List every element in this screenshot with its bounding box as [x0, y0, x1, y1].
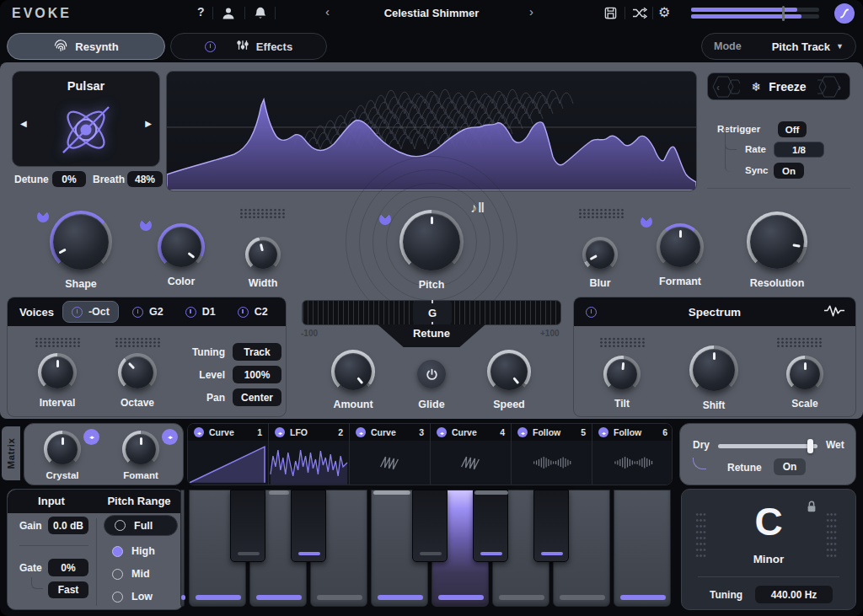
voice-tab-C2[interactable]: C2 [229, 301, 276, 323]
crystal-stereo-button[interactable]: ◂▸ [83, 429, 99, 445]
lane-waveform[interactable] [512, 441, 592, 485]
radio-icon[interactable] [112, 546, 123, 557]
voice-tab-D1[interactable]: D1 [177, 301, 224, 323]
shuffle-icon[interactable] [631, 6, 648, 24]
dry-wet-handle[interactable] [807, 439, 813, 453]
level-slider-handle[interactable] [782, 6, 785, 21]
preset-next-button[interactable]: › [529, 4, 533, 19]
lane-header[interactable]: ◂▸Follow5 [512, 424, 592, 441]
mod-lane-curve-3[interactable]: ◂▸Curve3 [350, 424, 431, 485]
tuning-hz-value[interactable]: 440.00 Hz [755, 586, 833, 603]
mod-lane-curve-1[interactable]: ◂▸Curve1 [188, 424, 269, 485]
mod-lane-follow-5[interactable]: ◂▸Follow5 [512, 424, 592, 485]
piano-key-C#[interactable] [230, 490, 265, 562]
lane-stereo-icon[interactable]: ◂▸ [356, 427, 366, 437]
fomant-knob[interactable]: Fomant [122, 431, 159, 480]
lane-header[interactable]: ◂▸LFO2 [269, 424, 349, 441]
radio-icon[interactable] [112, 569, 123, 580]
pitch-range-option-full[interactable]: Full [104, 515, 178, 536]
detune-value[interactable]: 0% [52, 171, 86, 187]
sync-value[interactable]: On [774, 163, 804, 179]
width-knob[interactable]: Width [245, 237, 281, 289]
radio-icon[interactable] [112, 592, 123, 603]
shape-knob[interactable]: Shape [50, 211, 112, 290]
shape-mod-indicator[interactable] [37, 211, 49, 222]
pitch-range-option-low[interactable]: Low [112, 591, 153, 603]
lane-stereo-icon[interactable]: ◂▸ [437, 427, 447, 437]
lane-stereo-icon[interactable]: ◂▸ [275, 427, 285, 437]
settings-gear-icon[interactable]: ⚙ [658, 4, 670, 20]
octave-knob[interactable]: Octave [118, 353, 157, 409]
matrix-tab[interactable]: Matrix [2, 426, 20, 480]
piano-key-partial[interactable] [180, 490, 185, 607]
fomant-stereo-button[interactable]: ◂▸ [162, 429, 178, 445]
mode-dropdown[interactable]: Mode Pitch Track ▼ [701, 33, 856, 60]
voice-power-icon[interactable] [238, 307, 249, 318]
output-level-meter[interactable] [691, 7, 819, 20]
breath-value[interactable]: 48% [127, 171, 163, 187]
pitch-knob[interactable]: Pitch [399, 210, 464, 291]
formant-knob[interactable]: Formant [657, 223, 704, 287]
interval-knob[interactable]: Interval [38, 353, 77, 409]
mix-retune-toggle[interactable]: On [774, 458, 806, 475]
lane-header[interactable]: ◂▸Follow6 [592, 424, 673, 441]
lane-stereo-icon[interactable]: ◂▸ [598, 427, 608, 437]
piano-key-A#[interactable] [533, 490, 569, 562]
retune-strip[interactable]: G [302, 300, 561, 325]
tab-effects[interactable]: Effects [170, 33, 327, 60]
resolution-knob[interactable]: Resolution [747, 212, 807, 289]
pitch-range-option-mid[interactable]: Mid [112, 568, 150, 580]
glide-power-button[interactable] [417, 360, 446, 388]
gate-value[interactable]: 0% [48, 559, 88, 576]
mod-lane-follow-6[interactable]: ◂▸Follow6 [592, 424, 673, 485]
user-icon[interactable] [221, 6, 236, 24]
lane-waveform[interactable] [188, 441, 268, 485]
level-value[interactable]: 100% [233, 366, 281, 383]
blur-knob[interactable]: Blur [582, 237, 618, 289]
tab-resynth[interactable]: Resynth [7, 33, 165, 60]
save-icon[interactable] [603, 6, 618, 24]
dry-wet-slider[interactable] [718, 444, 817, 448]
radio-icon[interactable] [115, 520, 126, 531]
lane-waveform[interactable] [431, 441, 511, 485]
rate-value[interactable]: 1/8 [774, 142, 824, 158]
gate-speed-value[interactable]: Fast [48, 581, 88, 598]
piano-key-F#[interactable] [412, 490, 448, 562]
piano-key-C[interactable] [614, 490, 671, 607]
preset-name[interactable]: Celestial Shimmer [347, 7, 516, 19]
piano-keyboard[interactable] [187, 490, 673, 608]
formant-mod-indicator[interactable] [641, 216, 652, 228]
freeze-button[interactable]: ‹ › ❄ Freeze [707, 72, 850, 100]
voice-power-icon[interactable] [185, 307, 196, 318]
lane-waveform[interactable] [269, 441, 349, 485]
lane-waveform[interactable] [350, 441, 430, 485]
help-icon[interactable]: ? [197, 5, 205, 19]
preset-prev-button[interactable]: ‹ [325, 4, 330, 19]
speed-knob[interactable]: Speed [487, 350, 531, 410]
osc-prev-button[interactable]: ◀ [20, 119, 27, 128]
tilt-knob[interactable]: Tilt [603, 356, 641, 410]
tuning-value[interactable]: Track [233, 343, 281, 361]
voice-power-icon[interactable] [132, 307, 143, 318]
lane-waveform[interactable] [592, 441, 673, 485]
pitch-mod-indicator[interactable] [379, 213, 391, 225]
piano-key-G#[interactable] [473, 490, 508, 562]
pan-value[interactable]: Center [233, 388, 281, 406]
voice-power-icon[interactable] [72, 307, 83, 318]
color-knob[interactable]: Color [158, 223, 205, 287]
piano-key-D#[interactable] [291, 490, 326, 562]
crystal-knob[interactable]: Crystal [44, 431, 81, 480]
lane-header[interactable]: ◂▸Curve3 [350, 424, 430, 441]
lane-header[interactable]: ◂▸Curve4 [431, 424, 511, 441]
effects-power-icon[interactable] [205, 41, 216, 52]
pitch-range-option-high[interactable]: High [112, 545, 155, 557]
lane-stereo-icon[interactable]: ◂▸ [517, 427, 528, 437]
lane-stereo-icon[interactable]: ◂▸ [194, 427, 204, 437]
mod-lane-curve-4[interactable]: ◂▸Curve4 [431, 424, 512, 485]
gain-value[interactable]: 0.0 dB [48, 517, 88, 534]
osc-next-button[interactable]: ▶ [145, 119, 152, 128]
saturation-curve-button[interactable] [834, 3, 855, 24]
voice-tab-G2[interactable]: G2 [124, 301, 172, 323]
amount-knob[interactable]: Amount [331, 350, 375, 410]
retrigger-value[interactable]: Off [778, 121, 807, 137]
